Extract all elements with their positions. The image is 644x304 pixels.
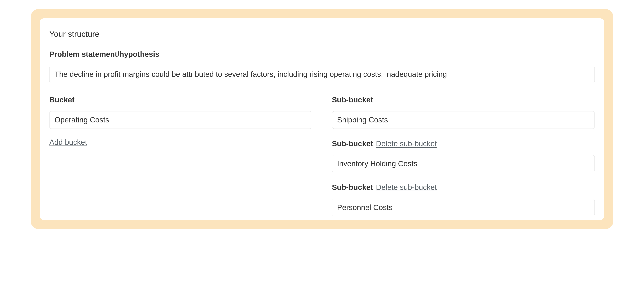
section-title: Your structure <box>49 29 595 39</box>
sub-bucket-input[interactable] <box>332 155 595 172</box>
outer-card: Your structure Problem statement/hypothe… <box>30 9 614 229</box>
sub-bucket-block: Sub-bucket Delete sub-bucket <box>332 183 595 216</box>
delete-sub-bucket-link[interactable]: Delete sub-bucket <box>376 139 437 148</box>
delete-sub-bucket-link[interactable]: Delete sub-bucket <box>376 183 437 192</box>
bucket-input[interactable] <box>49 111 312 128</box>
sub-bucket-block: Sub-bucket <box>332 95 595 129</box>
problem-input[interactable] <box>49 66 595 83</box>
sub-bucket-column: Sub-bucket Sub-bucket Delete sub-bucket <box>332 95 595 216</box>
problem-label: Problem statement/hypothesis <box>49 50 159 59</box>
sub-bucket-input[interactable] <box>332 111 595 128</box>
problem-block: Problem statement/hypothesis <box>49 50 595 83</box>
bucket-column: Bucket Add bucket <box>49 95 312 147</box>
sub-bucket-input[interactable] <box>332 199 595 216</box>
sub-bucket-label: Sub-bucket <box>332 95 373 104</box>
add-bucket-link[interactable]: Add bucket <box>49 138 87 147</box>
sub-bucket-block: Sub-bucket Delete sub-bucket <box>332 139 595 173</box>
sub-bucket-label: Sub-bucket <box>332 139 373 148</box>
sub-bucket-label: Sub-bucket <box>332 183 373 192</box>
inner-card: Your structure Problem statement/hypothe… <box>40 18 604 220</box>
bucket-label: Bucket <box>49 95 74 104</box>
